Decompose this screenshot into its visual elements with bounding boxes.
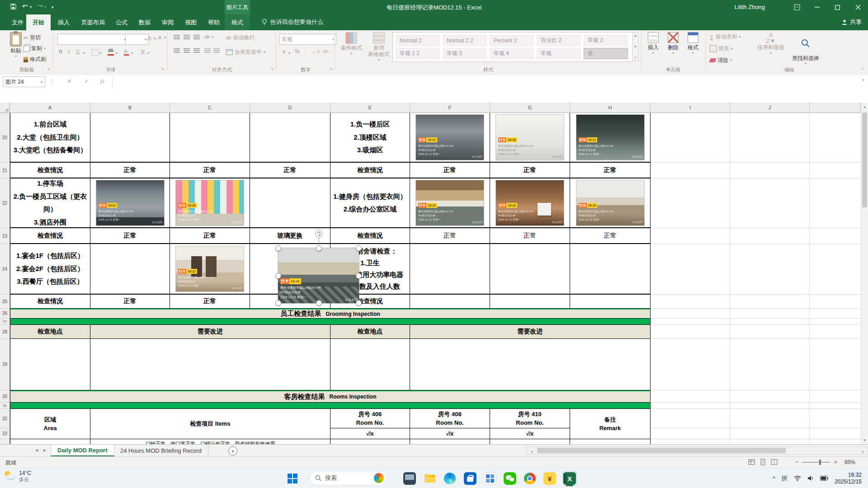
cell-f29-h29[interactable] (410, 339, 651, 390)
cell-i20[interactable] (651, 113, 730, 163)
format-painter-button[interactable]: 格式刷 (24, 56, 46, 63)
col-header-b[interactable]: B (90, 103, 170, 113)
cell-b29-d29[interactable] (90, 339, 330, 390)
cell-h32-remark[interactable]: 备注 Remark (570, 409, 651, 439)
cell-a29[interactable] (10, 339, 90, 390)
scroll-left-icon[interactable]: ◂ (528, 447, 535, 455)
cell-i25[interactable] (651, 295, 730, 309)
style-normal-2-2[interactable]: Normal 2 2 (443, 35, 487, 46)
cell-a23[interactable]: 检查情况 (10, 228, 90, 244)
row-header-28[interactable]: 28 (0, 325, 10, 339)
clock-widget[interactable]: 16:32 2025/12/15 (835, 472, 862, 485)
merge-center-button[interactable]: 合并后居中▾ (226, 48, 265, 56)
photo-g22-office-room[interactable]: 打卡16:16 贵州省贵阳市观山湖区AC PARK商业综合体2025.12.15… (496, 180, 564, 225)
cell-g32-room410[interactable]: 房号 410 Room No. (490, 409, 570, 428)
tab-help[interactable]: 帮助 (203, 14, 225, 30)
cell-e23[interactable]: 检查情况 (330, 228, 410, 244)
accounting-format-icon[interactable]: ￥ (281, 48, 287, 56)
alignment-dialog-launcher-icon[interactable]: ↘ (270, 66, 274, 71)
cell-j32[interactable] (730, 409, 810, 428)
cell-k26[interactable] (810, 309, 861, 319)
cell-k21[interactable] (810, 163, 861, 178)
fill-button[interactable]: ↓ 填充▾ (710, 45, 733, 52)
cell-i26[interactable] (651, 309, 730, 319)
phonetic-dropdown-icon[interactable]: ▾ (147, 51, 149, 55)
clear-button[interactable]: 清除▾ (710, 56, 732, 64)
cell-a22[interactable]: 1.停车场 2.负一楼员工区域（更衣间） 3.酒店外围 (10, 178, 90, 228)
page-layout-view-icon[interactable] (760, 459, 766, 465)
orientation-icon[interactable]: ab▾ (204, 34, 213, 39)
col-header-j[interactable]: J (730, 103, 810, 113)
percent-style-icon[interactable]: % (295, 48, 300, 55)
select-all-corner[interactable] (0, 103, 10, 113)
cell-c24[interactable]: 打卡16:12 贵州省贵阳市观山湖区AC PARK商业综合体2025.12.15… (170, 244, 250, 295)
photo-b22-parking[interactable]: 打卡16:21 贵州省贵阳市观山湖区AC PARK商业综合体2025.12.15… (96, 180, 164, 225)
cell-k29[interactable] (810, 339, 861, 390)
cell-h25[interactable] (570, 295, 651, 309)
expand-formula-bar-icon[interactable]: ▾ (862, 78, 864, 82)
row-header-23[interactable]: 23 (0, 228, 10, 244)
format-cells-button[interactable]: 格式 ▾ (684, 32, 703, 65)
cell-h22[interactable]: 打卡16:15 贵州省贵阳市观山湖区AC PARK商业综合体2025.12.15… (570, 178, 651, 228)
wrap-text-button[interactable]: ab自动换行 (226, 34, 255, 42)
confirm-entry-icon[interactable]: ✓ (84, 78, 89, 84)
cell-i32[interactable] (651, 409, 730, 428)
cell-d22[interactable] (250, 178, 330, 228)
zoom-out-icon[interactable]: − (795, 459, 799, 465)
resize-handle-e[interactable] (356, 273, 362, 279)
tab-page-layout[interactable]: 页面布局 (76, 14, 110, 30)
cell-a25[interactable]: 检查情况 (10, 295, 90, 309)
resize-handle-w[interactable] (275, 273, 281, 279)
sheet-tab-daily-mod-report[interactable]: Daily MOD Report (51, 445, 114, 456)
increase-indent-icon[interactable] (213, 48, 220, 53)
ribbon-display-options-icon[interactable] (787, 0, 807, 14)
clipboard-dialog-launcher-icon[interactable]: ↘ (47, 66, 51, 71)
cell-i33[interactable] (651, 428, 730, 439)
cell-f24[interactable] (410, 244, 490, 295)
cell-b28-d28[interactable]: 需要改进 (90, 325, 330, 339)
style-normal-cn-3[interactable]: 常规 3 (443, 48, 487, 59)
underline-button[interactable]: U (76, 48, 80, 55)
tab-review[interactable]: 审阅 (156, 14, 179, 30)
style-normal-cn-2[interactable]: 常规 2 (584, 35, 628, 46)
tab-file[interactable]: 文件 (6, 14, 29, 30)
taskbar-chrome[interactable] (523, 471, 537, 486)
resize-handle-sw[interactable] (275, 300, 281, 306)
cell-j27[interactable] (730, 319, 810, 325)
delete-cells-button[interactable]: 删除 ▾ (664, 32, 683, 65)
align-center-icon[interactable] (184, 48, 190, 53)
tab-formulas[interactable]: 公式 (110, 14, 133, 30)
cell-g24[interactable] (490, 244, 570, 295)
photo-g20-room[interactable]: 打卡16:18 贵州省贵阳市观山湖区AC PARK商业综合体2025.12.15… (496, 115, 564, 160)
cell-c22[interactable]: 打卡16:20 贵州省贵阳市观山湖区AC PARK商业综合体2025.12.15… (170, 178, 250, 228)
volume-icon[interactable] (807, 475, 814, 481)
row-header-30[interactable]: 30 (0, 390, 10, 403)
cell-f20[interactable]: 打卡16:22 贵州省贵阳市观山湖区AC PARK商业综合体2025.12.15… (410, 113, 490, 163)
font-color-icon[interactable]: A (124, 48, 127, 55)
cell-e29[interactable] (330, 339, 410, 390)
cell-e21[interactable]: 检查情况 (330, 163, 410, 178)
taskbar-weather-widget[interactable]: 14°C 多云 (5, 470, 31, 483)
cell-i24[interactable] (651, 244, 730, 295)
sheet-tab-24-hours-briefing[interactable]: 24 Hours MOD Briefing Record (114, 445, 208, 456)
photo-h20-rooftop[interactable]: 打卡16:22 贵州省贵阳市观山湖区AC PARK商业综合体2025.12.15… (576, 115, 644, 160)
cell-i21[interactable] (651, 163, 730, 178)
cell-b22[interactable]: 打卡16:21 贵州省贵阳市观山湖区AC PARK商业综合体2025.12.15… (90, 178, 170, 228)
photo-h22-office[interactable]: 打卡16:15 贵州省贵阳市观山湖区AC PARK商业综合体2025.12.15… (576, 180, 644, 225)
bold-button[interactable]: B (59, 48, 62, 55)
underline-dropdown-icon[interactable]: ▾ (83, 51, 85, 55)
cell-e22[interactable]: 1.健身房（包括更衣间） 2.综合办公室区域 (330, 178, 410, 228)
increase-decimal-icon[interactable]: ←.0 (312, 49, 320, 54)
cell-k31[interactable] (810, 403, 861, 409)
style-percent-cn-2[interactable]: 百分比 2 (537, 35, 581, 46)
cell-f21[interactable]: 正常 (410, 163, 490, 178)
col-header-g[interactable]: G (490, 103, 570, 113)
cell-a28[interactable]: 检查地点 (10, 325, 90, 339)
cell-b21[interactable]: 正常 (90, 163, 170, 178)
find-select-button[interactable]: 查找和选择 ▾ (788, 32, 823, 65)
cell-f32-room408[interactable]: 房号 408 Room No. (410, 409, 490, 428)
name-box[interactable]: 图片 24▾ (3, 76, 45, 87)
col-header-k-partial[interactable] (810, 103, 861, 113)
tab-picture-format[interactable]: 格式 (225, 14, 250, 30)
close-button[interactable] (848, 0, 868, 14)
